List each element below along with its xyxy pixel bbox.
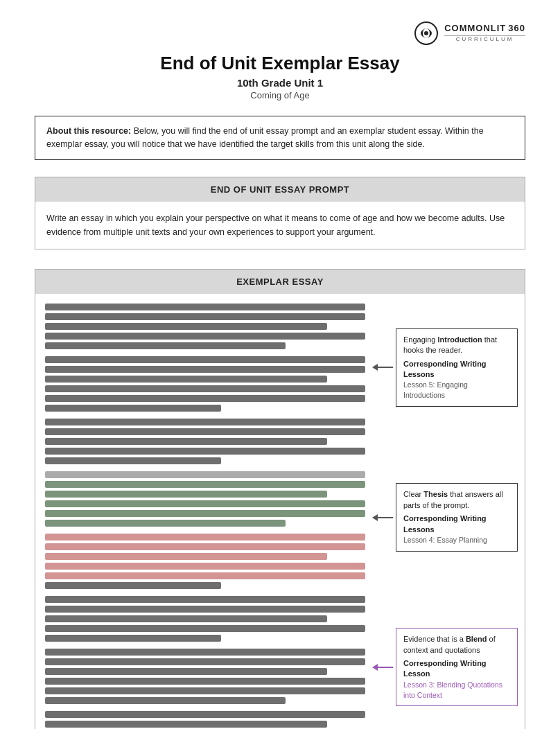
blur-line — [45, 481, 365, 488]
exemplar-header: EXEMPLAR ESSAY — [35, 270, 525, 294]
body-paragraph-2 — [45, 534, 365, 589]
blur-line — [45, 510, 365, 517]
sub-subtitle: Coming of Age — [35, 90, 525, 100]
blur-line — [45, 697, 286, 704]
prompt-section: END OF UNIT ESSAY PROMPT Write an essay … — [35, 177, 525, 249]
essay-text-column — [45, 304, 365, 730]
blur-line — [45, 563, 365, 570]
blur-line — [45, 572, 365, 579]
annotation-column: Engaging Introduction that hooks the rea… — [372, 304, 518, 730]
intro-paragraph-2 — [45, 356, 365, 412]
blur-line — [45, 543, 365, 550]
main-title: End of Unit Exemplar Essay — [35, 53, 525, 74]
arrow-line-intro — [378, 367, 393, 368]
blur-line — [45, 721, 327, 728]
blur-line — [45, 385, 365, 392]
page: COMMONLIT 360 CURRICULUM End of Unit Exe… — [0, 0, 560, 729]
about-box: About this resource: Below, you will fin… — [35, 116, 525, 160]
annotation-intro-lesson-value: Lesson 5: Engaging Introductions — [403, 380, 510, 400]
annotation-blend-lesson-value: Lesson 3: Blending Quotations into Conte… — [403, 680, 510, 700]
annotation-box-blend: Evidence that is a Blend of context and … — [396, 628, 518, 706]
body-paragraph-4 — [45, 649, 365, 704]
blur-line — [45, 520, 286, 527]
annotation-thesis-lesson-value: Lesson 4: Essay Planning — [403, 535, 510, 545]
blur-line — [45, 333, 365, 340]
title-section: End of Unit Exemplar Essay 10th Grade Un… — [35, 53, 525, 100]
blur-line — [45, 471, 365, 478]
blur-line — [45, 395, 365, 402]
blur-line — [45, 304, 365, 310]
annotation-blend: Evidence that is a Blend of context and … — [372, 628, 518, 706]
blur-line — [45, 428, 365, 435]
body-paragraph-5 — [45, 711, 365, 730]
blur-line — [45, 687, 365, 694]
blur-line — [45, 491, 327, 498]
annotation-box-thesis: Clear Thesis that answers all parts of t… — [396, 483, 518, 551]
annotation-blend-lesson-label: Corresponding Writing Lesson — [403, 658, 510, 680]
blur-line — [45, 606, 365, 613]
blur-line — [45, 405, 221, 412]
svg-point-2 — [424, 31, 428, 35]
annotation-thesis-text: Clear Thesis that answers all parts of t… — [403, 490, 503, 509]
body-paragraph-3 — [45, 596, 365, 642]
annotation-blend-text: Evidence that is a Blend of context and … — [403, 635, 496, 653]
arrow-line-thesis — [378, 517, 393, 518]
blur-line — [45, 356, 365, 363]
blur-line — [45, 625, 365, 632]
blur-line — [45, 342, 286, 349]
arrow-line-blend — [378, 667, 393, 668]
blur-line — [45, 366, 365, 373]
blur-line — [45, 500, 365, 507]
annotation-intro: Engaging Introduction that hooks the rea… — [372, 328, 518, 407]
annotation-intro-lesson-label: Corresponding Writing Lessons — [403, 359, 510, 380]
blur-line — [45, 658, 365, 665]
prompt-header: END OF UNIT ESSAY PROMPT — [35, 177, 525, 202]
body-paragraph-1 — [45, 471, 365, 527]
arrow-head-intro — [372, 364, 378, 371]
subtitle: 10th Grade Unit 1 — [35, 77, 525, 89]
arrow-head-thesis — [372, 514, 378, 521]
logo-box: COMMONLIT 360 CURRICULUM — [414, 21, 525, 46]
logo-area: COMMONLIT 360 CURRICULUM — [35, 21, 525, 46]
intro-paragraph — [45, 304, 365, 349]
blur-line — [45, 419, 365, 425]
blur-line — [45, 668, 327, 675]
blur-line — [45, 323, 327, 330]
logo-text: COMMONLIT 360 CURRICULUM — [444, 24, 525, 42]
exemplar-section: EXEMPLAR ESSAY — [35, 269, 525, 730]
annotation-thesis: Clear Thesis that answers all parts of t… — [372, 483, 518, 551]
blur-line — [45, 438, 327, 445]
blur-line — [45, 313, 365, 320]
blur-line — [45, 596, 365, 603]
blur-line — [45, 582, 221, 589]
blur-line — [45, 649, 365, 656]
annotation-intro-text: Engaging Introduction that hooks the rea… — [403, 335, 497, 354]
annotation-box-intro: Engaging Introduction that hooks the rea… — [396, 328, 518, 407]
annotation-thesis-lesson-label: Corresponding Writing Lessons — [403, 513, 510, 535]
logo-commonlit: COMMONLIT — [444, 24, 506, 33]
commonlit-logo-icon — [414, 21, 439, 46]
blur-line — [45, 553, 327, 560]
logo-curriculum: CURRICULUM — [444, 37, 525, 43]
blur-line — [45, 534, 365, 541]
about-label: About this resource: — [46, 126, 131, 136]
prompt-body: Write an essay in which you explain your… — [35, 202, 525, 249]
thesis-paragraph — [45, 419, 365, 464]
blur-line — [45, 376, 327, 383]
blur-line — [45, 711, 365, 718]
blur-line — [45, 635, 221, 642]
blur-line — [45, 457, 221, 464]
exemplar-body: Engaging Introduction that hooks the rea… — [35, 294, 525, 730]
blur-line — [45, 615, 327, 622]
arrow-head-blend — [372, 664, 378, 671]
blur-line — [45, 448, 365, 455]
annotation-col-inner: Engaging Introduction that hooks the rea… — [372, 304, 518, 730]
logo-360: 360 — [508, 24, 525, 33]
blur-line — [45, 678, 365, 685]
